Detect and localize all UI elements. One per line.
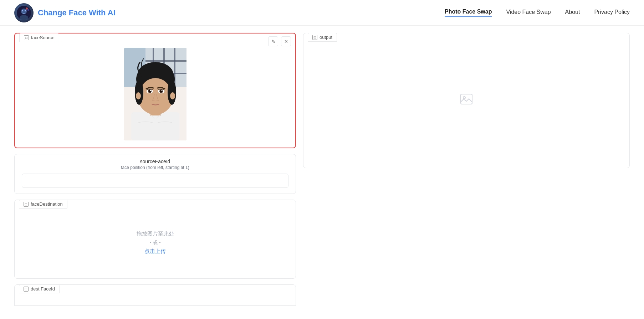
svg-point-3 bbox=[22, 10, 23, 11]
output-tab-label: output bbox=[320, 35, 332, 40]
svg-point-6 bbox=[27, 9, 29, 11]
svg-point-22 bbox=[135, 80, 143, 105]
navigation: Photo Face Swap Video Face Swap About Pr… bbox=[445, 9, 630, 17]
main-layout: ⊡ faceSource ✎ ✕ bbox=[0, 26, 644, 319]
svg-point-4 bbox=[25, 10, 26, 11]
logo-icon bbox=[14, 3, 34, 22]
face-dest-tab-icon: ⊡ bbox=[24, 202, 29, 207]
face-destination-tab: ⊡ faceDestination bbox=[19, 200, 67, 209]
bottom-hint-tab: ⊡ dest FaceId bbox=[19, 284, 60, 293]
face-source-tab-label: faceSource bbox=[31, 35, 55, 40]
uploaded-face-image bbox=[124, 48, 186, 140]
source-face-id-label: sourceFaceId bbox=[22, 159, 288, 164]
header: Change Face With AI Photo Face Swap Vide… bbox=[0, 0, 644, 26]
edit-button[interactable]: ✎ bbox=[268, 36, 278, 46]
nav-photo-face-swap[interactable]: Photo Face Swap bbox=[445, 9, 492, 17]
svg-point-27 bbox=[150, 90, 151, 91]
close-button[interactable]: ✕ bbox=[281, 36, 291, 46]
nav-privacy-policy[interactable]: Privacy Policy bbox=[594, 9, 630, 17]
nav-about[interactable]: About bbox=[565, 9, 580, 17]
face-dest-tab-label: faceDestination bbox=[31, 201, 63, 207]
upload-link[interactable]: 点击上传 bbox=[144, 248, 166, 255]
face-source-actions: ✎ ✕ bbox=[268, 36, 291, 46]
face-destination-dropzone[interactable]: 拖放图片至此处 - 或 - 点击上传 bbox=[15, 200, 296, 278]
bottom-tab-icon: ⊡ bbox=[24, 287, 29, 292]
face-source-tab: ⊡ faceSource bbox=[19, 33, 59, 42]
logo-title[interactable]: Change Face With AI bbox=[38, 8, 116, 17]
source-face-id-input[interactable] bbox=[22, 174, 288, 188]
output-placeholder-icon bbox=[459, 92, 474, 109]
face-source-panel: ⊡ faceSource ✎ ✕ bbox=[14, 33, 296, 148]
face-source-tab-icon: ⊡ bbox=[24, 35, 29, 40]
svg-point-5 bbox=[26, 7, 28, 10]
bottom-tab-label: dest FaceId bbox=[31, 286, 55, 292]
output-panel: ⊡ output bbox=[303, 33, 630, 168]
drop-text: 拖放图片至此处 bbox=[137, 231, 174, 237]
svg-point-31 bbox=[161, 90, 162, 91]
svg-point-33 bbox=[170, 92, 175, 99]
right-column: ⊡ output bbox=[303, 33, 630, 312]
left-column: ⊡ faceSource ✎ ✕ bbox=[14, 33, 296, 312]
svg-point-21 bbox=[139, 78, 172, 114]
source-face-id-section: sourceFaceId face position (from left, s… bbox=[14, 154, 296, 194]
svg-point-35 bbox=[463, 97, 465, 99]
logo-area: Change Face With AI bbox=[14, 3, 116, 22]
bottom-panel-hint: ⊡ dest FaceId bbox=[14, 284, 296, 306]
svg-rect-13 bbox=[145, 60, 186, 62]
face-destination-panel: ⊡ faceDestination 拖放图片至此处 - 或 - 点击上传 bbox=[14, 200, 296, 279]
nav-video-face-swap[interactable]: Video Face Swap bbox=[506, 9, 551, 17]
drop-or-text: - 或 - bbox=[149, 240, 160, 246]
svg-point-32 bbox=[136, 92, 141, 99]
svg-rect-34 bbox=[461, 94, 472, 104]
output-tab-icon: ⊡ bbox=[312, 35, 317, 40]
output-tab: ⊡ output bbox=[308, 33, 337, 42]
svg-point-23 bbox=[168, 80, 176, 105]
face-source-content bbox=[15, 34, 295, 148]
source-face-id-sublabel: face position (from left, starting at 1) bbox=[22, 165, 288, 170]
svg-rect-16 bbox=[131, 112, 179, 140]
